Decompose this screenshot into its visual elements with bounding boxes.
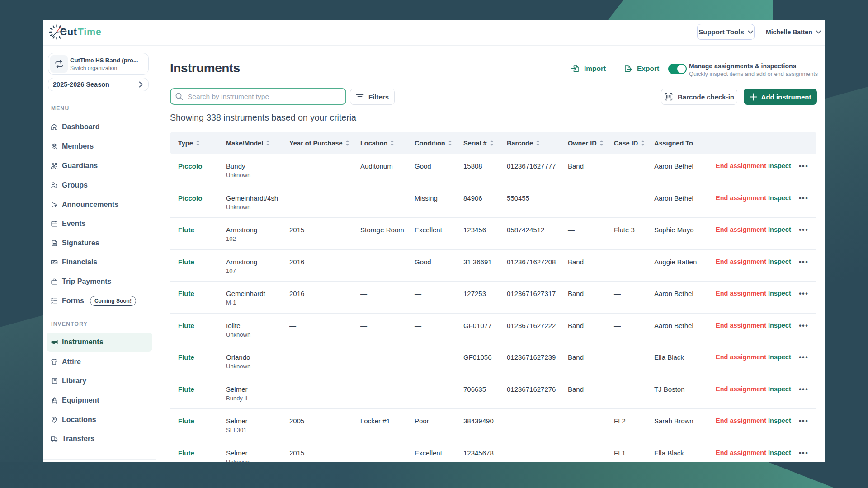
svg-text:Time: Time bbox=[78, 27, 102, 38]
svg-text:Cut: Cut bbox=[60, 27, 77, 38]
